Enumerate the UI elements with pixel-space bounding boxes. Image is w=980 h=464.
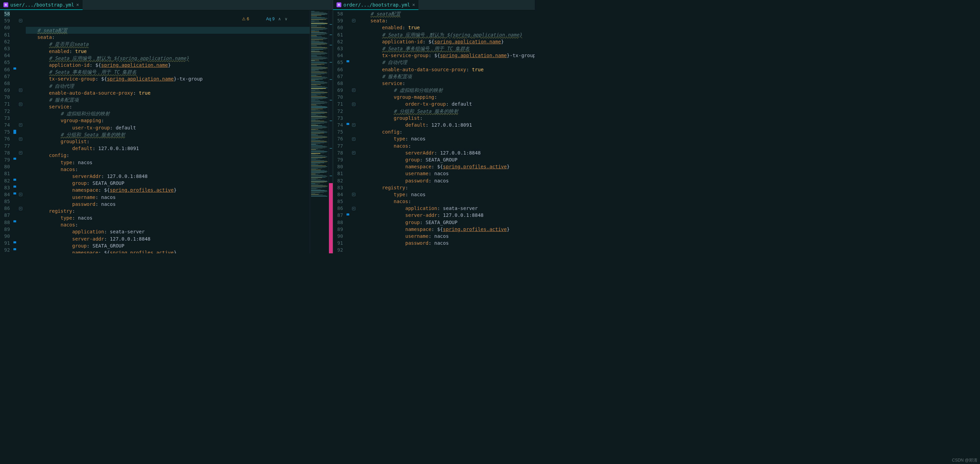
code-line[interactable]: group: SEATA_GROUP: [359, 219, 535, 226]
right-editor-pane: B order/.../bootstrap.yml × 585960616263…: [333, 0, 535, 254]
code-line[interactable]: # Seata 应用编号，默认为 ${spring.application.na…: [26, 55, 310, 62]
code-line[interactable]: default: 127.0.0.1:8091: [26, 145, 310, 152]
line-number-gutter: 5859606162636465666768697071727374757677…: [333, 10, 346, 254]
code-line[interactable]: # 自动代理: [359, 59, 535, 66]
code-line[interactable]: server-addr: 127.0.0.1:8848: [26, 236, 310, 242]
code-line[interactable]: serverAddr: 127.0.0.1:8848: [359, 149, 535, 156]
line-number-gutter: 5859606162636465666768697071727374757677…: [0, 10, 13, 254]
code-line[interactable]: server-addr: 127.0.0.1:8848: [359, 212, 535, 218]
code-line[interactable]: # 服务配置项: [26, 96, 310, 103]
tab-user-bootstrap[interactable]: B user/.../bootstrap.yml ×: [0, 0, 83, 10]
left-editor-pane: B user/.../bootstrap.yml × 5859606162636…: [0, 0, 333, 254]
tab-order-bootstrap[interactable]: B order/.../bootstrap.yml ×: [333, 0, 418, 10]
close-icon[interactable]: ×: [412, 2, 415, 8]
code-line[interactable]: namespace: ${spring.profiles.active}: [26, 249, 310, 254]
prev-highlight-icon[interactable]: ∧: [278, 16, 281, 21]
code-line[interactable]: [359, 246, 535, 254]
code-line[interactable]: password: nacos: [359, 239, 535, 246]
code-line[interactable]: serverAddr: 127.0.0.1:8848: [26, 173, 310, 180]
next-highlight-icon[interactable]: ∨: [285, 16, 288, 21]
code-line[interactable]: seata:: [359, 17, 535, 24]
code-line[interactable]: type: nacos: [26, 159, 310, 166]
code-line[interactable]: nacos:: [26, 221, 310, 228]
ide-split-editor: B user/.../bootstrap.yml × 5859606162636…: [0, 0, 535, 254]
left-editor-area[interactable]: 5859606162636465666768697071727374757677…: [0, 10, 333, 254]
code-line[interactable]: config:: [26, 152, 310, 159]
yaml-file-icon: B: [337, 2, 341, 7]
code-line[interactable]: service:: [359, 80, 535, 87]
code-line[interactable]: group: SEATA_GROUP: [359, 156, 535, 163]
code-line[interactable]: namespace: ${spring.profiles.active}: [26, 187, 310, 193]
code-line[interactable]: # 分组和 Seata 服务的映射: [26, 131, 310, 138]
code-line[interactable]: vgroup-mapping:: [26, 117, 310, 124]
code-line[interactable]: nacos:: [359, 142, 535, 149]
code-body[interactable]: # seata配置 seata: enabled: true # Seata 应…: [358, 10, 535, 254]
code-line[interactable]: application: seata-server: [359, 205, 535, 212]
code-line[interactable]: config:: [359, 128, 535, 135]
code-line[interactable]: # Seata 事务组编号，用于 TC 集群名: [359, 45, 535, 52]
tab-label: user/.../bootstrap.yml: [10, 2, 74, 8]
code-line[interactable]: username: nacos: [26, 194, 310, 201]
error-stripe[interactable]: [329, 10, 333, 254]
code-line[interactable]: tx-service-group: ${spring.application.n…: [26, 75, 310, 82]
code-line[interactable]: service:: [26, 103, 310, 110]
bookmark-gutter: [346, 10, 351, 254]
code-line[interactable]: # 是否开启seata: [26, 41, 310, 48]
minimap[interactable]: [310, 10, 329, 254]
code-line[interactable]: # 虚拟组和分组的映射: [26, 110, 310, 117]
code-line[interactable]: enabled: true: [359, 24, 535, 31]
code-line[interactable]: type: nacos: [359, 191, 535, 198]
code-line[interactable]: namespace: ${spring.profiles.active}: [359, 163, 535, 170]
code-line[interactable]: enable-auto-data-source-proxy: true: [26, 89, 310, 96]
inspection-widget[interactable]: ⚠ 6 Aq 9 ∧ ∨: [228, 12, 288, 26]
code-line[interactable]: default: 127.0.0.1:8091: [359, 121, 535, 128]
code-line[interactable]: vgroup-mapping:: [359, 94, 535, 100]
code-line[interactable]: type: nacos: [26, 214, 310, 221]
code-line[interactable]: # Seata 事务组编号，用于 TC 集群名: [26, 69, 310, 75]
code-line[interactable]: # seata配置: [26, 27, 310, 34]
code-line[interactable]: nacos:: [26, 166, 310, 173]
right-tab-bar: B order/.../bootstrap.yml ×: [333, 0, 535, 10]
code-line[interactable]: application-id: ${spring.application.nam…: [26, 62, 310, 69]
code-line[interactable]: username: nacos: [359, 170, 535, 177]
bookmark-gutter: [13, 10, 18, 254]
code-line[interactable]: namespace: ${spring.profiles.active}: [359, 226, 535, 233]
code-line[interactable]: # 服务配置项: [359, 73, 535, 80]
code-line[interactable]: password: nacos: [359, 177, 535, 184]
code-line[interactable]: password: nacos: [26, 201, 310, 207]
code-line[interactable]: # 分组和 Seata 服务的映射: [359, 108, 535, 115]
code-line[interactable]: order-tx-group: default: [359, 100, 535, 107]
warning-icon: ⚠ 6: [228, 12, 249, 26]
code-line[interactable]: nacos:: [359, 198, 535, 205]
code-line[interactable]: application: seata-server: [26, 228, 310, 235]
code-line[interactable]: # 自动代理: [26, 83, 310, 89]
tab-label: order/.../bootstrap.yml: [344, 2, 410, 8]
fold-gutter: −−−−−−−−: [351, 10, 358, 254]
code-line[interactable]: enabled: true: [26, 48, 310, 55]
close-icon[interactable]: ×: [76, 2, 79, 8]
code-line[interactable]: tx-service-group: ${spring.application.n…: [359, 52, 535, 59]
code-line[interactable]: application-id: ${spring.application.nam…: [359, 38, 535, 45]
code-line[interactable]: enable-auto-data-source-proxy: true: [359, 66, 535, 73]
code-line[interactable]: type: nacos: [359, 135, 535, 142]
code-line[interactable]: registry:: [359, 184, 535, 191]
right-editor-area[interactable]: 5859606162636465666768697071727374757677…: [333, 10, 535, 254]
code-line[interactable]: seata:: [26, 34, 310, 41]
code-line[interactable]: grouplist:: [26, 138, 310, 145]
code-line[interactable]: grouplist:: [359, 115, 535, 121]
yaml-file-icon: B: [3, 2, 8, 7]
code-line[interactable]: user-tx-group: default: [26, 124, 310, 131]
code-line[interactable]: # 虚拟组和分组的映射: [359, 87, 535, 94]
fold-gutter: −−−−−−−−: [18, 10, 24, 254]
code-line[interactable]: registry:: [26, 207, 310, 214]
code-line[interactable]: # Seata 应用编号，默认为 ${spring.application.na…: [359, 31, 535, 38]
typo-icon: Aq 9: [253, 12, 275, 26]
left-tab-bar: B user/.../bootstrap.yml ×: [0, 0, 333, 10]
code-body[interactable]: ⚠ 6 Aq 9 ∧ ∨ # seata配置 seata: # 是否开启seat…: [24, 10, 310, 254]
code-line[interactable]: group: SEATA_GROUP: [26, 242, 310, 249]
code-line[interactable]: group: SEATA_GROUP: [26, 180, 310, 187]
code-line[interactable]: username: nacos: [359, 233, 535, 239]
code-line[interactable]: # seata配置: [359, 10, 535, 17]
